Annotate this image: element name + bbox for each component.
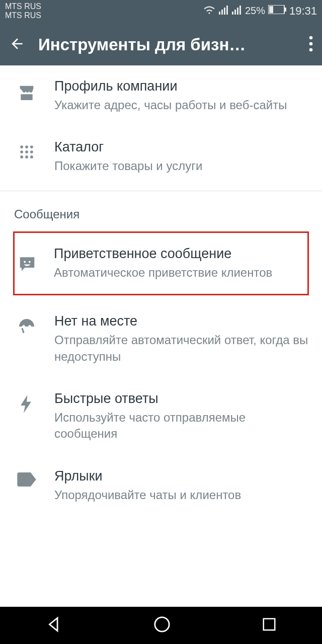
content: Профиль компании Укажите адрес, часы раб… <box>0 65 322 516</box>
item-title: Нет на месте <box>54 313 310 329</box>
item-quick-replies[interactable]: Быстрые ответы Используйте часто отправл… <box>0 378 322 455</box>
svg-rect-6 <box>237 8 238 15</box>
carrier-2: MTS RUS <box>5 11 41 20</box>
app-bar: Инструменты для бизн… <box>0 24 322 65</box>
svg-point-18 <box>25 151 28 154</box>
item-title: Профиль компании <box>54 78 310 94</box>
svg-point-15 <box>25 146 28 149</box>
item-catalog[interactable]: Каталог Покажите товары и услуги <box>0 126 322 187</box>
item-subtitle: Покажите товары и услуги <box>54 158 310 174</box>
svg-rect-5 <box>234 10 236 15</box>
wifi-icon <box>203 4 216 18</box>
signal-2-icon <box>232 5 242 17</box>
svg-rect-2 <box>224 8 225 15</box>
svg-rect-9 <box>269 6 273 13</box>
chat-smile-icon <box>18 254 37 275</box>
svg-rect-7 <box>239 6 241 15</box>
svg-point-11 <box>309 36 313 40</box>
svg-point-20 <box>20 155 23 158</box>
status-bar: MTS RUS MTS RUS 25% 19:31 <box>0 0 322 24</box>
tag-icon <box>17 472 36 489</box>
section-header-messages: Сообщения <box>0 191 322 231</box>
item-title: Приветственное сообщение <box>54 246 306 262</box>
item-title: Каталог <box>54 139 310 155</box>
item-subtitle: Упорядочивайте чаты и клиентов <box>54 487 310 503</box>
item-greeting-message[interactable]: Приветственное сообщение Автоматическое … <box>15 233 307 294</box>
svg-point-23 <box>155 617 169 631</box>
status-time: 19:31 <box>289 5 317 18</box>
battery-percent: 25% <box>245 5 265 17</box>
svg-point-21 <box>25 155 28 158</box>
item-title: Ярлыки <box>54 468 310 484</box>
svg-rect-4 <box>232 12 233 15</box>
item-subtitle: Автоматическое приветствие клиентов <box>54 265 306 281</box>
umbrella-icon <box>18 317 36 338</box>
item-subtitle: Используйте часто отправляемые сообщения <box>54 410 310 442</box>
status-carriers: MTS RUS MTS RUS <box>5 2 41 21</box>
svg-point-19 <box>30 151 33 154</box>
svg-point-16 <box>30 146 33 149</box>
svg-rect-10 <box>285 8 286 12</box>
nav-home-button[interactable] <box>153 616 171 635</box>
item-subtitle: Отправляйте автоматический ответ, когда … <box>54 332 310 365</box>
item-away-message[interactable]: Нет на месте Отправляйте автоматический … <box>0 295 322 378</box>
status-right: 25% 19:31 <box>203 2 317 18</box>
android-nav-bar <box>0 607 322 644</box>
svg-point-17 <box>20 151 23 154</box>
svg-rect-1 <box>221 10 223 15</box>
item-title: Быстрые ответы <box>54 391 310 407</box>
svg-point-22 <box>30 155 33 158</box>
storefront-icon <box>17 83 37 105</box>
svg-point-12 <box>309 42 313 46</box>
carrier-1: MTS RUS <box>5 2 41 11</box>
page-title: Инструменты для бизн… <box>38 35 296 54</box>
more-menu-button[interactable] <box>309 36 313 54</box>
signal-1-icon <box>219 5 229 17</box>
grid-dots-icon <box>18 143 35 163</box>
item-labels[interactable]: Ярлыки Упорядочивайте чаты и клиентов <box>0 455 322 516</box>
item-company-profile[interactable]: Профиль компании Укажите адрес, часы раб… <box>0 65 322 126</box>
svg-rect-3 <box>226 6 228 15</box>
svg-point-14 <box>20 146 23 149</box>
highlight-greeting: Приветственное сообщение Автоматическое … <box>13 231 309 295</box>
svg-rect-24 <box>263 619 275 630</box>
nav-recent-button[interactable] <box>262 617 277 634</box>
nav-back-button[interactable] <box>45 616 62 635</box>
lightning-icon <box>19 395 34 415</box>
svg-rect-0 <box>219 12 220 15</box>
svg-point-13 <box>309 48 313 52</box>
item-subtitle: Укажите адрес, часы работы и веб-сайты <box>54 97 310 113</box>
back-button[interactable] <box>9 36 25 54</box>
battery-icon <box>268 5 286 17</box>
